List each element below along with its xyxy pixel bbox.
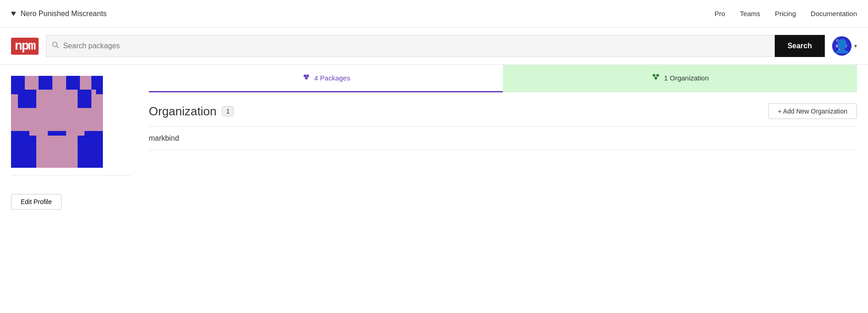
svg-rect-16 [839,47,841,50]
edit-profile-button[interactable]: Edit Profile [11,194,62,210]
svg-rect-52 [80,76,91,90]
profile-avatar-svg [11,76,103,168]
org-item: markbind [149,127,857,150]
avatar [832,36,851,56]
search-bar-section: npm Search [0,28,868,65]
svg-rect-8 [839,42,841,45]
svg-rect-55 [78,90,91,108]
svg-point-61 [306,74,309,77]
svg-rect-58 [11,147,25,168]
svg-point-62 [305,77,308,80]
svg-point-63 [653,74,655,77]
avatar-dropdown-arrow: ▾ [854,43,857,49]
svg-rect-12 [839,45,841,47]
svg-rect-13 [841,45,844,47]
svg-rect-3 [836,39,839,42]
search-input-wrapper [46,35,774,57]
svg-rect-18 [844,47,847,50]
svg-rect-49 [39,76,52,90]
search-icon [52,41,59,51]
svg-rect-4 [839,39,841,42]
svg-rect-10 [844,42,847,45]
top-nav-right: Pro Teams Pricing Documentation [715,10,857,17]
avatar-svg [832,36,851,56]
svg-rect-11 [836,45,839,47]
npm-logo: npm [11,38,39,55]
top-navigation: ♥ Nero Punished Miscreants Pro Teams Pri… [0,0,868,28]
svg-point-65 [654,77,657,80]
svg-rect-14 [844,45,847,47]
nav-link-pricing[interactable]: Pricing [775,10,796,17]
org-count-badge: 1 [222,106,234,116]
top-nav-left: ♥ Nero Punished Miscreants [11,9,107,18]
svg-rect-19 [839,50,841,53]
org-header: Organization 1 + Add New Organization [149,103,857,119]
svg-point-64 [656,74,659,77]
packages-icon [301,72,310,84]
tabs: 4 Packages 1 Organization [149,65,857,92]
tab-organizations-label: 1 Organization [664,74,709,82]
svg-rect-54 [18,90,36,108]
search-input[interactable] [63,42,768,50]
svg-point-60 [304,74,306,77]
site-title: Nero Punished Miscreants [21,10,107,18]
svg-rect-9 [841,42,844,45]
svg-rect-20 [841,50,844,53]
org-title: Organization 1 [149,104,234,119]
svg-rect-17 [841,47,844,50]
sidebar: Edit Profile [0,65,138,304]
tab-packages[interactable]: 4 Packages [149,65,503,92]
svg-rect-2 [832,36,851,56]
svg-rect-15 [836,47,839,50]
search-button[interactable]: Search [775,35,825,57]
nav-link-teams[interactable]: Teams [740,10,760,17]
organizations-icon [651,72,660,84]
org-list: markbind [149,126,857,150]
heart-icon: ♥ [11,9,16,18]
svg-rect-48 [25,76,39,90]
main-content: Edit Profile 4 Packages [0,65,868,304]
nav-link-documentation[interactable]: Documentation [811,10,857,17]
svg-rect-7 [836,42,839,45]
org-section: Organization 1 + Add New Organization ma… [149,92,857,161]
org-item-name: markbind [149,134,179,142]
svg-rect-57 [36,136,78,168]
org-title-text: Organization [149,104,216,119]
tab-organizations[interactable]: 1 Organization [503,65,857,92]
sidebar-divider [11,175,130,176]
content-area: 4 Packages 1 Organization Organization 1 [138,65,868,304]
svg-rect-50 [52,76,66,90]
svg-rect-5 [841,39,844,42]
avatar-dropdown[interactable]: ▾ [832,36,857,56]
svg-rect-51 [66,76,80,90]
nav-link-pro[interactable]: Pro [715,10,725,17]
tab-packages-label: 4 Packages [314,74,350,82]
profile-avatar [11,76,103,168]
npm-logo-text: npm [11,38,39,55]
svg-rect-59 [89,147,103,168]
svg-line-1 [57,46,59,48]
svg-rect-47 [11,76,25,90]
svg-rect-6 [844,39,847,42]
add-new-organization-button[interactable]: + Add New Organization [768,103,857,119]
